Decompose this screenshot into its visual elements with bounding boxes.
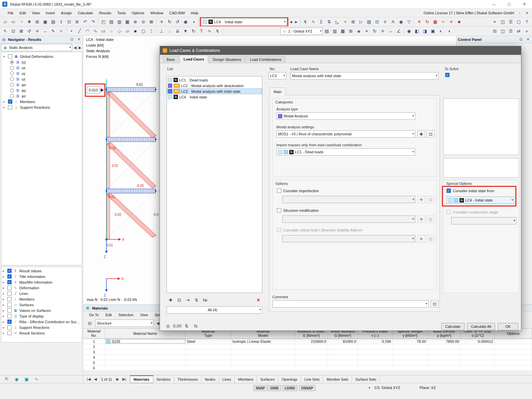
table-tab[interactable]: Members (235, 375, 257, 383)
print-graphic-icon[interactable]: ▤ (365, 18, 373, 26)
cell-poisson[interactable] (358, 349, 393, 354)
sort-dialog-icon[interactable]: ⇅ (183, 322, 191, 330)
cell-shear-g[interactable]: 81000.0 (328, 339, 358, 344)
expand-icon[interactable] (3, 55, 7, 58)
select-icon[interactable]: ↖ (1, 27, 9, 35)
new-model-icon[interactable]: ▱ (1, 18, 9, 26)
regenerate-icon[interactable]: ↻ (423, 18, 431, 26)
deselect-icon[interactable]: ⊠ (17, 27, 25, 35)
show-results-icon[interactable]: ∿ (309, 18, 317, 26)
rectangle-icon[interactable]: ▭ (99, 27, 107, 35)
dialog-tab[interactable]: Load Cases (180, 55, 208, 63)
cell-modulus-e[interactable] (295, 349, 328, 354)
table-tab[interactable]: Line Sets (301, 375, 323, 383)
support-reactions-checkbox[interactable] (8, 105, 12, 109)
cell-material-type[interactable]: Steel (186, 339, 231, 344)
lgrid-toggle[interactable]: LGRID (282, 385, 297, 391)
cell-material-type[interactable] (186, 355, 231, 360)
copy-modal-settings-icon[interactable]: ⊡ (427, 130, 435, 138)
display-option[interactable]: ⊥ Support Reactions (1, 325, 82, 330)
cell-mass-density[interactable] (428, 349, 461, 354)
user-cs-icon[interactable]: ✛ (379, 27, 387, 35)
cell-material-model[interactable] (231, 344, 295, 349)
dialog-tab[interactable]: Design Situations (209, 56, 245, 63)
origin-icon[interactable]: ⌖ (363, 27, 371, 35)
cell-material-name[interactable] (105, 355, 186, 360)
expand-icon[interactable] (3, 281, 6, 284)
modal-settings-combo[interactable]: MOS1 - #3 | Root of characteristic polyn… (276, 130, 415, 138)
table-tab[interactable]: Member Sets (323, 375, 352, 383)
tree-item-support-reactions[interactable]: ⊥ Support Reactions (1, 104, 82, 110)
delete-results-icon[interactable]: ✕ (415, 18, 423, 26)
cell-material-model[interactable] (231, 365, 295, 370)
previous-load-case-icon[interactable]: ◀ (288, 18, 294, 26)
isolate-selection-icon[interactable]: ◧ (413, 27, 421, 35)
nav-next-icon[interactable]: ▶ (78, 45, 82, 51)
render-shaded-icon[interactable]: ◑ (445, 27, 453, 35)
option-checkbox[interactable] (7, 269, 12, 273)
navigator-close-icon[interactable]: ✕ (76, 37, 81, 42)
line-icon[interactable]: ╱ (75, 27, 83, 35)
cell-poisson[interactable] (358, 365, 393, 370)
polygon-icon[interactable]: ◇ (115, 27, 123, 35)
load-case-name-combo[interactable]: Modal analysis with inital state (290, 72, 439, 79)
last-table-icon[interactable]: ▶| (121, 376, 127, 382)
cell-material-no[interactable]: 1 (83, 339, 105, 344)
copy-comment-icon[interactable]: ⊡ (431, 300, 439, 308)
tree-item-deformation-component[interactable]: ▥ ux (1, 65, 82, 70)
previous-view-icon[interactable]: ↺ (174, 18, 182, 26)
menu-item[interactable]: Options (129, 9, 147, 17)
tables-icon[interactable]: ⊞ (33, 18, 41, 26)
table-row[interactable]: 3 (83, 349, 532, 355)
solid-icon[interactable]: ■ (131, 27, 139, 35)
menu-item[interactable]: Assign (58, 9, 75, 17)
delete-load-case-icon[interactable]: ✕ (254, 296, 262, 304)
cell-shear-g[interactable] (328, 349, 358, 354)
tree-item-deformation-component[interactable]: ▥ φy (1, 87, 82, 93)
consider-initial-state-checkbox[interactable] (447, 189, 451, 193)
zoom-window-icon[interactable]: ⊠ (147, 18, 155, 26)
temperature-load-icon[interactable]: T (198, 27, 205, 35)
table-row[interactable]: 1 S235 Steel Isotropic | Linear Elastic … (83, 339, 532, 344)
cell-options[interactable] (495, 349, 532, 354)
table-row[interactable]: 4 (83, 355, 532, 360)
reselect-icon[interactable]: ↺ (25, 27, 33, 35)
menu-item[interactable]: Help (188, 9, 201, 17)
visibility-icon[interactable]: ◉ (182, 18, 190, 26)
cell-material-model[interactable] (231, 360, 295, 365)
navigator-data-icon[interactable]: ⇱ (3, 375, 11, 383)
analysis-type-combo[interactable]: Modal Analysis (276, 112, 415, 120)
cell-material-no[interactable]: 3 (83, 349, 105, 354)
move-icon[interactable]: ✛ (33, 27, 41, 35)
cell-material-name[interactable]: S235 (105, 339, 186, 344)
osnap-toggle[interactable]: OSNAP (299, 385, 316, 391)
view-side-icon[interactable]: ▥ (115, 18, 123, 26)
navigator-views-icon[interactable]: ▣ (23, 375, 31, 383)
expand-icon[interactable] (3, 275, 6, 278)
members-checkbox[interactable] (8, 99, 12, 104)
cell-poisson[interactable]: 0.296 (358, 339, 393, 344)
view-top-icon[interactable]: ▦ (123, 18, 131, 26)
animation-icon[interactable]: ▷ (357, 18, 365, 26)
next-table-icon[interactable]: ▶ (115, 376, 121, 382)
cell-material-type[interactable] (186, 349, 231, 354)
save-icon[interactable]: ▣ (41, 18, 49, 26)
cell-shear-g[interactable] (328, 355, 358, 360)
cell-specific-weight[interactable] (393, 365, 428, 370)
open-model-icon[interactable]: ▭ (9, 18, 17, 26)
zoom-out-icon[interactable]: ⊖ (139, 18, 147, 26)
initial-state-combo[interactable]: G LC4 - Initial state (447, 197, 514, 204)
cell-thermal-exp[interactable] (461, 360, 495, 365)
render-solid-icon[interactable]: ◐ (437, 27, 445, 35)
structure-modification-row[interactable]: Structure modification (277, 208, 319, 212)
sort-load-cases-icon[interactable]: ⇅ (193, 296, 200, 304)
tree-item-global-deformations[interactable]: ▦ Global Deformations (1, 54, 82, 59)
arc-icon[interactable]: ◠ (83, 27, 91, 35)
menu-item[interactable]: Insert (43, 9, 58, 17)
cell-specific-weight[interactable] (393, 355, 428, 360)
coordinate-system-combo[interactable]: ◇ 1 - Global XYZ (280, 28, 323, 35)
calculate-all-button[interactable]: Calculate All (467, 323, 495, 330)
rotate-view-icon[interactable]: ↻ (166, 18, 174, 26)
option-checkbox[interactable] (7, 291, 12, 296)
next-load-case-icon[interactable]: ▶ (294, 18, 299, 26)
